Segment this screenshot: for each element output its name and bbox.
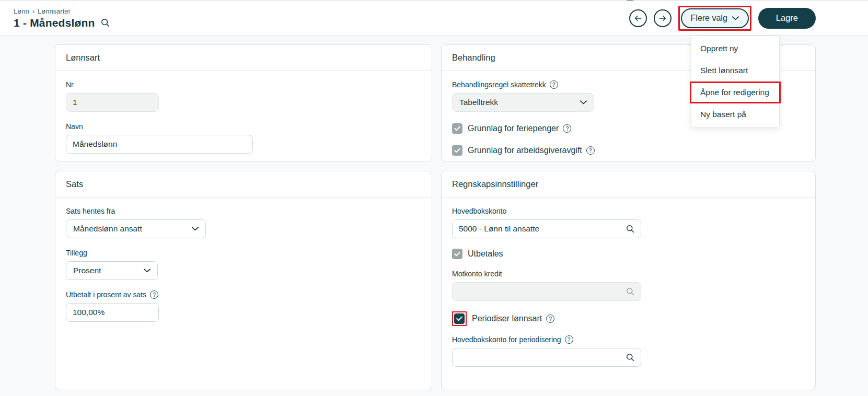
periodiser-label: Periodiser lønnsart — [472, 314, 542, 323]
menu-item-annotation-box: Åpne for redigering — [690, 81, 781, 103]
tillegg-label: Tillegg — [66, 249, 421, 257]
sats-hentes-fra-label: Sats hentes fra — [66, 207, 421, 215]
skattetrekk-selected-value: Tabelltrekk — [459, 98, 498, 107]
periodisering-konto-search-icon[interactable] — [626, 353, 635, 362]
menu-item-apne-for-redigering[interactable]: Åpne for redigering — [691, 83, 779, 102]
breadcrumb-lonnsarter[interactable]: Lønnsarter — [38, 7, 71, 15]
utbetales-checkbox[interactable] — [452, 249, 462, 259]
breadcrumb-separator: › — [32, 7, 34, 15]
hovedbokskonto-input[interactable] — [452, 219, 641, 238]
previous-button[interactable] — [629, 9, 647, 27]
breadcrumb: Lønn › Lønnsarter — [14, 7, 110, 15]
feriepenger-checkbox[interactable] — [452, 123, 462, 134]
nr-input[interactable] — [66, 93, 159, 112]
utbetalt-prosent-label: Utbetalt i prosent av sats — [66, 290, 146, 299]
arrow-right-icon — [658, 15, 667, 22]
menu-item-ny-basert-pa[interactable]: Ny basert på — [691, 103, 779, 125]
motkonto-kredit-input[interactable] — [452, 282, 641, 301]
navn-label: Navn — [66, 122, 421, 131]
navn-input[interactable] — [66, 135, 253, 154]
arrow-left-icon — [634, 15, 642, 22]
chevron-down-icon — [732, 16, 739, 20]
chevron-down-icon — [144, 269, 151, 273]
utbetalt-prosent-help-icon[interactable] — [150, 290, 158, 299]
feriepenger-help-icon[interactable] — [563, 124, 571, 133]
skattetrekk-label: Behandlingsregel skattetrekk — [452, 80, 546, 89]
title-search-icon[interactable] — [100, 18, 110, 28]
feriepenger-label: Grunnlag for feriepenger — [468, 124, 559, 133]
sats-hentes-fra-select[interactable]: Månedslønn ansatt — [66, 219, 206, 238]
chevron-down-icon — [580, 100, 587, 104]
periodisering-konto-help-icon[interactable] — [565, 335, 573, 344]
motkonto-kredit-search-icon[interactable] — [626, 287, 635, 296]
more-options-menu: Opprett ny Slett lønnsart Åpne for redig… — [691, 36, 780, 127]
hovedbokskonto-label: Hovedbokskonto — [452, 207, 805, 215]
nr-label: Nr — [66, 80, 421, 89]
card-lonnsart: Lønnsart Nr Navn — [55, 44, 432, 161]
card-lonnsart-title: Lønnsart — [55, 45, 432, 71]
card-sats-title: Sats — [55, 171, 432, 197]
hovedbokskonto-search-icon[interactable] — [626, 224, 635, 234]
checkmark-icon — [454, 251, 460, 257]
more-options-annotation-box: Flere valg — [678, 6, 751, 31]
periodiser-annotation-box — [452, 311, 467, 326]
menu-item-opprett-ny[interactable]: Opprett ny — [691, 38, 779, 60]
utbetales-label: Utbetales — [468, 249, 503, 259]
card-sats: Sats Sats hentes fra Månedslønn ansatt T… — [55, 171, 432, 390]
tillegg-selected-value: Prosent — [73, 266, 101, 275]
arbeidsgiveravgift-label: Grunnlag for arbeidsgiveravgift — [468, 146, 582, 155]
page-header: Lønn › Lønnsarter 1 - Månedslønn — [0, 1, 868, 36]
periodiser-checkbox[interactable] — [454, 313, 465, 324]
periodiser-help-icon[interactable] — [546, 315, 554, 323]
checkmark-icon — [454, 126, 460, 131]
save-button[interactable]: Lagre — [758, 8, 816, 29]
arbeidsgiveravgift-checkbox[interactable] — [452, 145, 462, 156]
breadcrumb-lonn[interactable]: Lønn — [14, 7, 29, 15]
checkmark-icon — [456, 316, 462, 321]
page-title: 1 - Månedslønn — [14, 17, 95, 29]
header-left: Lønn › Lønnsarter 1 - Månedslønn — [14, 7, 110, 29]
skattetrekk-help-icon[interactable] — [550, 80, 558, 89]
menu-item-slett-lonnsart[interactable]: Slett lønnsart — [691, 60, 779, 81]
arbeidsgiveravgift-help-icon[interactable] — [586, 146, 595, 155]
sats-hentes-fra-selected-value: Månedslønn ansatt — [73, 224, 142, 234]
tillegg-select[interactable]: Prosent — [66, 261, 158, 280]
utbetalt-prosent-input[interactable] — [66, 303, 159, 322]
payroll-wage-type-page: Lønn › Lønnsarter 1 - Månedslønn — [0, 0, 868, 396]
motkonto-kredit-label: Motkonto kredit — [452, 270, 805, 278]
header-actions: Flere valg Lagre — [629, 6, 816, 31]
periodisering-konto-label: Hovedbokskonto for periodisering — [452, 335, 561, 344]
more-options-label: Flere valg — [691, 14, 727, 23]
next-button[interactable] — [654, 9, 672, 27]
periodisering-konto-input[interactable] — [452, 348, 641, 367]
chevron-down-icon — [192, 227, 199, 231]
skattetrekk-select[interactable]: Tabelltrekk — [452, 93, 594, 112]
card-regnskapsinnstillinger-title: Regnskapsinnstillinger — [442, 171, 815, 197]
more-options-button[interactable]: Flere valg — [681, 8, 749, 28]
card-regnskapsinnstillinger: Regnskapsinnstillinger Hovedbokskonto — [441, 171, 816, 390]
checkmark-icon — [454, 148, 460, 153]
